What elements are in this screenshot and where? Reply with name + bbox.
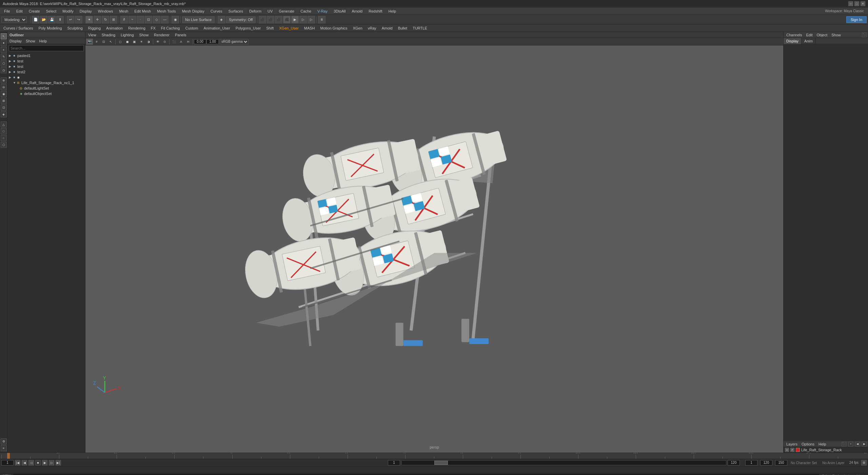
tool-btn-4[interactable]: ✎ — [1, 54, 7, 60]
select-mode-button[interactable]: ↖ — [1, 33, 7, 39]
next-keyframe-button[interactable]: ▶| — [56, 460, 61, 466]
menu-help[interactable]: Help — [386, 8, 399, 15]
prev-frame-button[interactable]: ◀ — [22, 460, 27, 466]
vp-menu-renderer[interactable]: Renderer — [151, 32, 172, 38]
snap-grid-button[interactable]: # — [120, 16, 128, 23]
vp-menu-shading[interactable]: Shading — [99, 32, 118, 38]
menu-edit-mesh[interactable]: Edit Mesh — [132, 8, 154, 15]
menu-edit[interactable]: Edit — [14, 8, 25, 15]
vp-lighting-button[interactable]: ☀ — [138, 39, 145, 45]
tab-poly-modeling[interactable]: Poly Modeling — [36, 25, 64, 31]
tree-item-test3[interactable]: ▶ ■ test2 — [7, 69, 85, 75]
camera-persp-button[interactable]: ⬛ — [283, 16, 291, 23]
tab-vray[interactable]: vRay — [366, 25, 378, 31]
rotate-tool-button[interactable]: ↻ — [102, 16, 109, 23]
tool-btn-15[interactable]: ○ — [1, 135, 7, 141]
render-button[interactable]: ▶ — [291, 16, 299, 23]
playback-range-bar[interactable] — [401, 460, 726, 465]
no-live-surface-button[interactable]: No Live Surface — [182, 16, 215, 23]
tab-polygons-user[interactable]: Polygons_User — [234, 25, 263, 31]
vp-menu-show[interactable]: Show — [137, 32, 152, 38]
channels-object[interactable]: Object — [815, 33, 829, 37]
outliner-search-input[interactable] — [9, 45, 84, 51]
prev-keyframe-button[interactable]: |◀ — [15, 460, 20, 466]
tool-btn-9[interactable]: ◉ — [1, 91, 7, 97]
play-back-button[interactable]: ◁ — [28, 460, 34, 466]
select-tool-button[interactable]: ✦ — [85, 16, 93, 23]
menu-select[interactable]: Select — [43, 8, 59, 15]
move-tool-button[interactable]: ✛ — [94, 16, 101, 23]
vp-display-button[interactable]: 👁 — [154, 39, 161, 45]
open-file-button[interactable]: 📂 — [40, 16, 47, 23]
next-frame-button[interactable]: ▷ — [49, 460, 54, 466]
tool-btn-6[interactable]: ◷ — [1, 67, 7, 73]
viewport-canvas[interactable]: X Y Z persp — [85, 45, 783, 453]
tab-sculpting[interactable]: Sculpting — [65, 25, 85, 31]
minimize-button[interactable]: ─ — [848, 1, 853, 6]
start-frame-input[interactable] — [745, 460, 757, 466]
tool-btn-18[interactable]: ≡ — [1, 445, 7, 451]
tree-item-default-object-set[interactable]: ◈ defaultObjectSet — [7, 91, 85, 96]
tab-bullet[interactable]: Bullet — [396, 25, 410, 31]
tree-item-pasted1[interactable]: ▶ ■ pasted1 — [7, 53, 85, 58]
close-button[interactable]: ✕ — [861, 1, 865, 6]
current-frame-input[interactable] — [1, 460, 14, 466]
undo-button[interactable]: ↩ — [67, 16, 74, 23]
soft-select-button[interactable]: ◉ — [172, 16, 179, 23]
redo-button[interactable]: ↪ — [75, 16, 82, 23]
camera-side-button[interactable]: ⬛ — [275, 16, 282, 23]
menu-cache[interactable]: Cache — [298, 8, 314, 15]
tab-animation-user[interactable]: Animation_User — [201, 25, 232, 31]
pause-button[interactable]: ⏸ — [318, 16, 326, 23]
vp-grid-button[interactable]: # — [93, 39, 100, 45]
menu-create[interactable]: Create — [26, 8, 43, 15]
paint-select-button[interactable]: ✦ — [1, 40, 7, 46]
tab-xgen[interactable]: XGen — [351, 25, 364, 31]
ch-expand-btn[interactable]: ⬛ — [862, 33, 867, 37]
lasso-select-button[interactable]: ⌖ — [1, 47, 7, 53]
tab-mash[interactable]: MASH — [302, 25, 317, 31]
outliner-menu-show[interactable]: Show — [24, 38, 37, 44]
gamma-input[interactable] — [206, 39, 219, 44]
menu-surfaces[interactable]: Surfaces — [226, 8, 246, 15]
outliner-menu-help[interactable]: Help — [37, 38, 49, 44]
tree-item-default-light-set[interactable]: ◎ defaultLightSet — [7, 86, 85, 91]
menu-modify[interactable]: Modify — [60, 8, 76, 15]
vp-texture-button[interactable]: ▣ — [131, 39, 138, 45]
layer-expand-btn[interactable]: ⬛ — [842, 442, 846, 446]
import-button[interactable]: ⬆ — [56, 16, 64, 23]
tool-btn-8[interactable]: ⊖ — [1, 84, 7, 90]
symmetry-off-button[interactable]: Symmetry: Off — [226, 16, 256, 23]
timeline-ticks[interactable]: 0102030405060708090100110120130140150 — [1, 453, 867, 459]
menu-arnold[interactable]: Arnold — [349, 8, 365, 15]
layer-playback-btn[interactable]: P — [790, 448, 794, 452]
tool-btn-13[interactable]: △ — [1, 121, 7, 128]
layer-visibility-btn[interactable]: V — [785, 448, 789, 452]
vp-shadow-button[interactable]: ◑ — [145, 39, 152, 45]
vp-menu-lighting[interactable]: Lighting — [118, 32, 137, 38]
tree-item-test2[interactable]: ▶ ■ test — [7, 64, 85, 69]
vp-select-button[interactable]: ↖ — [107, 39, 114, 45]
vp-smooth-button[interactable]: ◼ — [124, 39, 131, 45]
total-frames-input[interactable] — [775, 460, 787, 466]
layer-item-life-raft[interactable]: V P Life_Raft_Storage_Rack — [784, 447, 868, 453]
tree-item-life-raft[interactable]: ▼ ⊞ Life_Raft_Storage_Rack_nc1_1 — [7, 80, 85, 86]
tab-animation[interactable]: Animation — [104, 25, 125, 31]
menu-3dtoall[interactable]: 3DtoAll — [331, 8, 348, 15]
gamma-preset-select[interactable]: sRGB gamma — [220, 39, 249, 44]
ipr-render-button[interactable]: ▷ — [308, 16, 315, 23]
tool-btn-12[interactable]: ◈ — [1, 111, 7, 117]
menu-file[interactable]: File — [1, 8, 13, 15]
tab-turtle[interactable]: TURTLE — [411, 25, 429, 31]
outliner-menu-display[interactable]: Display — [7, 38, 24, 44]
tool-btn-17[interactable]: ⚙ — [1, 438, 7, 444]
snap-curve-button[interactable]: ~ — [129, 16, 136, 23]
menu-deform[interactable]: Deform — [246, 8, 264, 15]
vp-resolution-button[interactable]: ⬛ — [171, 39, 177, 45]
snap-view-button[interactable]: ⊡ — [145, 16, 152, 23]
vp-menu-panels[interactable]: Panels — [172, 32, 189, 38]
menu-curves[interactable]: Curves — [208, 8, 225, 15]
fps-settings-btn[interactable]: ⚙ — [861, 460, 867, 466]
tree-item-unnamed[interactable]: ▶ ■ ■ — [7, 75, 85, 80]
exposure-input[interactable] — [194, 39, 206, 44]
